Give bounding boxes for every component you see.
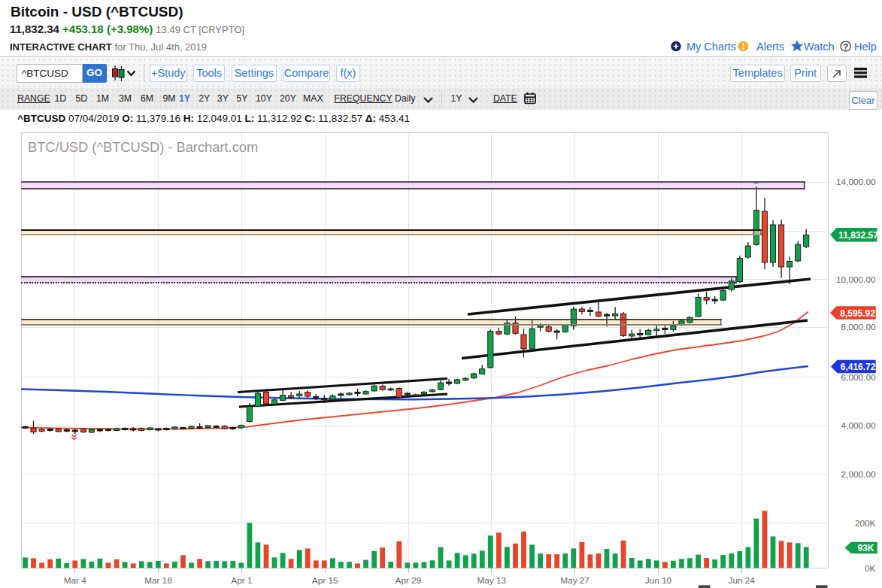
svg-text:14,000.00: 14,000.00 [836,177,876,187]
svg-text:93K: 93K [857,543,874,553]
svg-text:?: ? [843,42,848,51]
svg-text:Apr 1: Apr 1 [231,575,252,586]
svg-text:6,000.00: 6,000.00 [841,372,876,383]
svg-text:Apr 29: Apr 29 [396,575,422,586]
svg-text:Mar 4: Mar 4 [64,575,87,586]
svg-text:0K: 0K [865,563,876,574]
svg-text:6,416.72: 6,416.72 [841,362,876,372]
svg-text:May 27: May 27 [560,575,590,586]
svg-text:8,595.92: 8,595.92 [840,308,875,319]
svg-text:Mar 18: Mar 18 [144,575,172,586]
svg-text:200K: 200K [855,518,876,529]
svg-text:Jun 24: Jun 24 [728,575,755,586]
svg-text:Jun 10: Jun 10 [645,575,672,586]
svg-text:2,000.00: 2,000.00 [841,469,876,480]
svg-text:11,832.57: 11,832.57 [838,230,878,241]
svg-text:Apr 15: Apr 15 [312,575,338,586]
svg-text:10,000.00: 10,000.00 [836,274,876,285]
svg-text:8,000.00: 8,000.00 [841,322,876,332]
svg-text:BTC/USD (^BTCUSD) - Barchart.c: BTC/USD (^BTCUSD) - Barchart.com [28,139,258,155]
svg-text:May 13: May 13 [477,575,506,586]
svg-text:4,000.00: 4,000.00 [841,420,876,431]
